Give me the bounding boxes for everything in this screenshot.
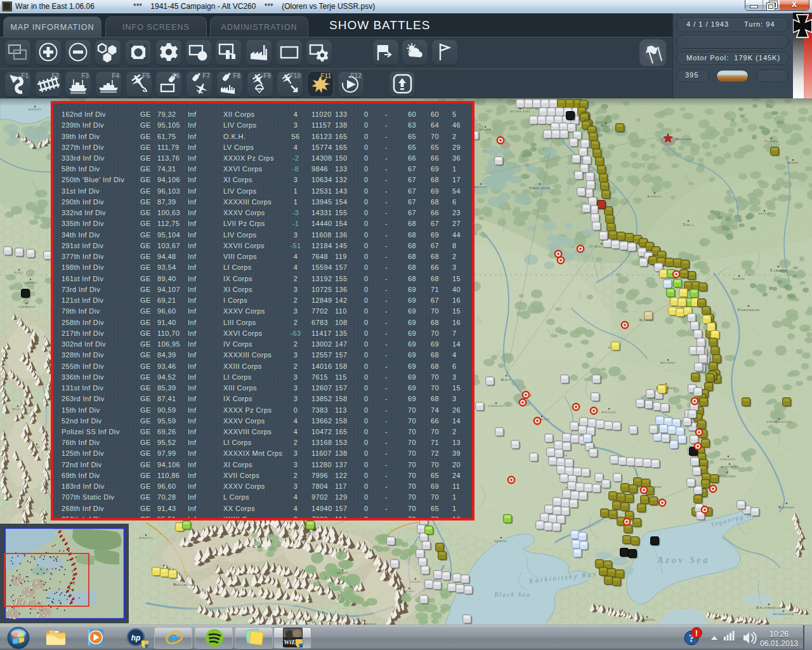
svg-text:Leipzig: Leipzig xyxy=(23,281,37,284)
svg-text:Prague: Prague xyxy=(12,408,23,411)
svg-text:Azov Sea: Azov Sea xyxy=(657,555,710,565)
svg-text:WiE: WiE xyxy=(284,638,296,646)
svg-text:Subotica: Subotica xyxy=(139,536,153,540)
svg-text:Brasov: Brasov xyxy=(337,571,348,574)
svg-text:I: I xyxy=(579,289,582,301)
svg-text:hp: hp xyxy=(131,633,141,642)
svg-text:Lipetsk: Lipetsk xyxy=(733,277,745,281)
svg-text:Rostov: Rostov xyxy=(778,505,795,510)
svg-text:Halle: Halle xyxy=(15,271,24,274)
svg-text:Simferopol: Simferopol xyxy=(638,618,655,621)
svg-text:O: O xyxy=(643,160,651,172)
svg-text:Tambov: Tambov xyxy=(769,268,787,273)
svg-text:Vitebsk: Vitebsk xyxy=(479,128,491,131)
svg-text:!: ! xyxy=(695,628,698,638)
svg-text:Poltava: Poltava xyxy=(601,411,616,414)
svg-text:Stalino: Stalino xyxy=(718,474,736,479)
svg-text:Makeyevka: Makeyevka xyxy=(721,465,738,468)
svg-text:Krasnodar: Krasnodar xyxy=(756,605,781,609)
svg-text:Voroshilovgrad: Voroshilovgrad xyxy=(766,420,792,423)
svg-text:Belgrade: Belgrade xyxy=(173,582,195,587)
svg-text:Vladimir: Vladimir xyxy=(764,140,778,143)
svg-text:Moscow: Moscow xyxy=(675,136,692,141)
svg-text:Murom: Murom xyxy=(787,161,798,164)
svg-text:Kiev: Kiev xyxy=(501,377,512,382)
svg-text:C: C xyxy=(710,127,717,139)
svg-text:Kaluga: Kaluga xyxy=(648,195,662,198)
svg-text:Gorlovka: Gorlovka xyxy=(721,458,736,461)
svg-text:O: O xyxy=(497,348,505,360)
svg-text:Odessa: Odessa xyxy=(494,540,508,543)
svg-text:Ryazan: Ryazan xyxy=(759,212,770,215)
svg-text:A: A xyxy=(683,171,691,183)
svg-text:Velikie Luki: Velikie Luki xyxy=(510,110,530,113)
svg-text:Galati: Galati xyxy=(410,580,421,583)
svg-text:E: E xyxy=(599,260,606,272)
svg-text:Chernigov: Chernigov xyxy=(488,404,504,408)
svg-text:Rostock: Rostock xyxy=(29,108,41,111)
svg-text:Kirov: Kirov xyxy=(601,124,611,128)
svg-text:Black Sea: Black Sea xyxy=(494,591,531,598)
svg-text:Linz: Linz xyxy=(34,446,41,449)
svg-text:R: R xyxy=(688,156,695,168)
svg-text:Mogilev: Mogilev xyxy=(475,185,488,189)
svg-text:V: V xyxy=(547,327,555,339)
svg-text:Braila: Braila xyxy=(404,590,415,593)
svg-text:S: S xyxy=(476,314,481,326)
svg-text:I: I xyxy=(743,111,747,123)
svg-text:Voronezh: Voronezh xyxy=(737,307,759,312)
svg-text:Novorossiysk: Novorossiysk xyxy=(773,613,794,616)
svg-text:Tula: Tula xyxy=(683,222,694,227)
svg-text:Chemnitz: Chemnitz xyxy=(18,305,36,308)
svg-text:Smolensk: Smolensk xyxy=(529,185,551,190)
svg-text:Belgorod: Belgorod xyxy=(660,361,676,364)
